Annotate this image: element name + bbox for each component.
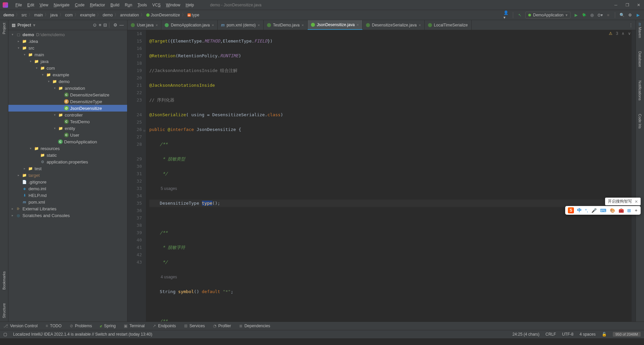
close-tab-icon[interactable]: × bbox=[156, 23, 158, 27]
maven-tool-button[interactable]: m Maven bbox=[638, 23, 642, 38]
line-separator[interactable]: CRLF bbox=[545, 332, 556, 337]
status-message[interactable]: Localized IntelliJ IDEA 2022.1.4 is avai… bbox=[13, 332, 152, 337]
menu-build[interactable]: Build bbox=[108, 1, 122, 9]
tab[interactable]: User.java× bbox=[127, 20, 161, 30]
up-icon[interactable]: ∧ bbox=[622, 31, 625, 36]
menu-view[interactable]: View bbox=[37, 1, 51, 9]
inspection-widget[interactable]: ⚠3 ∧ ∨ bbox=[609, 31, 631, 36]
tree-item[interactable]: 📄.gitignore bbox=[8, 179, 127, 185]
tree-item[interactable]: CUser bbox=[8, 132, 127, 138]
ime-settings-icon[interactable]: ✦ bbox=[634, 208, 638, 213]
profiler-button[interactable]: ◔Profiler bbox=[213, 324, 231, 328]
menu-navigate[interactable]: Navigate bbox=[51, 1, 72, 9]
services-button[interactable]: ⊞Services bbox=[184, 324, 205, 328]
minimize-pane-icon[interactable]: — bbox=[119, 22, 124, 27]
tree-item[interactable]: ▾📁demo bbox=[8, 78, 127, 85]
ime-emoji-icon[interactable]: 🎨 bbox=[610, 208, 615, 213]
menu-help[interactable]: Help bbox=[183, 1, 197, 9]
codeiris-tool-button[interactable]: Code Iris bbox=[638, 114, 642, 129]
bookmarks-tool-button[interactable]: Bookmarks bbox=[2, 271, 6, 290]
ime-lang-toggle[interactable]: 中 bbox=[577, 207, 582, 213]
tree-scratches[interactable]: ▸◎Scratches and Consoles bbox=[8, 212, 127, 219]
user-icon[interactable]: 👤▾ bbox=[503, 12, 509, 18]
structure-tool-button[interactable]: Structure bbox=[2, 303, 6, 318]
close-tab-icon[interactable]: × bbox=[357, 23, 359, 27]
tab-active[interactable]: JsonDesensitize.java× bbox=[308, 20, 363, 30]
gear-icon[interactable]: ⚙ bbox=[113, 22, 117, 27]
profile-icon[interactable]: ⊙▾ bbox=[597, 12, 603, 18]
ime-tool-icon[interactable]: 🧰 bbox=[619, 208, 624, 213]
menu-file[interactable]: File bbox=[13, 1, 24, 9]
close-tab-icon[interactable]: × bbox=[212, 23, 214, 27]
spring-button[interactable]: ⸙Spring bbox=[100, 324, 116, 328]
readonly-icon[interactable]: 🔓 bbox=[602, 332, 607, 337]
tree-item[interactable]: ▾📁resources bbox=[8, 145, 127, 152]
todo-button[interactable]: ≡TODO bbox=[46, 324, 61, 328]
breadcrumb-item[interactable]: com bbox=[65, 13, 73, 17]
run-configuration-select[interactable]: DemoApplication ▾ bbox=[525, 12, 571, 18]
encoding[interactable]: UTF-8 bbox=[562, 332, 574, 337]
close-tab-icon[interactable]: × bbox=[258, 23, 260, 27]
tree-item[interactable]: ▾📁annotation bbox=[8, 85, 127, 91]
menu-run[interactable]: Run bbox=[122, 1, 135, 9]
menu-vcs[interactable]: VCS bbox=[150, 1, 163, 9]
problems-button[interactable]: ⊘Problems bbox=[70, 324, 92, 328]
project-tool-button[interactable]: Project bbox=[2, 23, 6, 34]
tree-item[interactable]: ⚙application.properties bbox=[8, 158, 127, 165]
tree-item[interactable]: ▸📁.idea bbox=[8, 38, 127, 45]
editor-marker-strip[interactable] bbox=[632, 30, 636, 322]
tree-item[interactable]: CDemoApplication bbox=[8, 138, 127, 145]
ime-tip-popup[interactable]: 开启搜狗智写 ✕ bbox=[605, 198, 641, 205]
tree-item[interactable]: ◈demo.iml bbox=[8, 185, 127, 192]
tabs-more-icon[interactable]: ⋮ bbox=[626, 20, 636, 30]
ime-menu-icon[interactable]: ⊞ bbox=[627, 208, 631, 213]
menu-refactor[interactable]: Refactor bbox=[87, 1, 108, 9]
debug-icon[interactable]: 🪲 bbox=[581, 12, 587, 18]
indent[interactable]: 4 spaces bbox=[580, 332, 596, 337]
tree-item[interactable]: ▾📁java bbox=[8, 58, 127, 65]
expand-all-icon[interactable]: ≡ bbox=[99, 22, 101, 27]
ime-toolbar[interactable]: S 中 °, 🎤 ⌨ 🎨 🧰 ⊞ ✦ bbox=[565, 206, 641, 215]
ime-punct-icon[interactable]: °, bbox=[585, 208, 588, 213]
close-tab-icon[interactable]: × bbox=[419, 23, 421, 27]
notifications-tool-button[interactable]: Notifications bbox=[638, 80, 642, 100]
tree-item[interactable]: ▾📁entity bbox=[8, 125, 127, 132]
tree-item[interactable]: CTestDemo bbox=[8, 118, 127, 125]
tree-root[interactable]: ▾▢demoD:\demo\demo bbox=[8, 31, 127, 38]
coverage-icon[interactable]: ◎ bbox=[589, 12, 595, 18]
sogou-logo-icon[interactable]: S bbox=[568, 207, 574, 213]
tab[interactable]: mpom.xml (demo)× bbox=[218, 20, 264, 30]
tool-window-toggle-icon[interactable]: ▢ bbox=[3, 332, 7, 337]
gutter[interactable]: 14151617181920212223 242526⊟2728 2930313… bbox=[127, 30, 146, 322]
endpoints-button[interactable]: ↗Endpoints bbox=[153, 324, 176, 328]
menu-window[interactable]: Window bbox=[163, 1, 183, 9]
breadcrumb-item[interactable]: JsonDesensitize bbox=[146, 13, 180, 17]
breadcrumb-item[interactable]: demo bbox=[3, 13, 14, 17]
tab[interactable]: DemoApplication.java× bbox=[161, 20, 218, 30]
ime-voice-icon[interactable]: 🎤 bbox=[591, 208, 597, 213]
tree-item[interactable]: ▾📁controller bbox=[8, 112, 127, 118]
select-opened-icon[interactable]: ⊙ bbox=[93, 22, 97, 27]
collapse-all-icon[interactable]: ⊟ bbox=[103, 22, 107, 27]
tree-item[interactable]: ▾📁main bbox=[8, 51, 127, 58]
breadcrumb-item[interactable]: main bbox=[34, 13, 43, 17]
run-icon[interactable]: ▶ bbox=[573, 12, 579, 18]
tab[interactable]: LocalTimeSerialize bbox=[425, 20, 472, 30]
maximize-icon[interactable]: ❐ bbox=[625, 3, 630, 7]
breadcrumb-item[interactable]: example bbox=[80, 13, 95, 17]
stop-icon[interactable]: ■ bbox=[605, 12, 611, 18]
tree-item[interactable]: ▾📁com bbox=[8, 65, 127, 71]
minimize-icon[interactable]: ─ bbox=[613, 3, 619, 7]
menu-code[interactable]: Code bbox=[72, 1, 87, 9]
tab[interactable]: DesensitizeSerialize.java× bbox=[363, 20, 425, 30]
breadcrumb-item[interactable]: annotation bbox=[120, 13, 139, 17]
tree-external-libs[interactable]: ▸⊪External Libraries bbox=[8, 205, 127, 212]
search-icon[interactable]: 🔍 bbox=[619, 12, 625, 18]
ime-keyboard-icon[interactable]: ⌨ bbox=[600, 208, 606, 213]
tree-item-selected[interactable]: @JsonDesensitize bbox=[8, 105, 127, 112]
database-tool-button[interactable]: Database bbox=[638, 51, 642, 67]
settings-icon[interactable]: ⚙ bbox=[627, 12, 633, 18]
breadcrumb-item[interactable]: java bbox=[50, 13, 58, 17]
menu-tools[interactable]: Tools bbox=[135, 1, 150, 9]
version-control-button[interactable]: ⎇Version Control bbox=[3, 324, 38, 328]
